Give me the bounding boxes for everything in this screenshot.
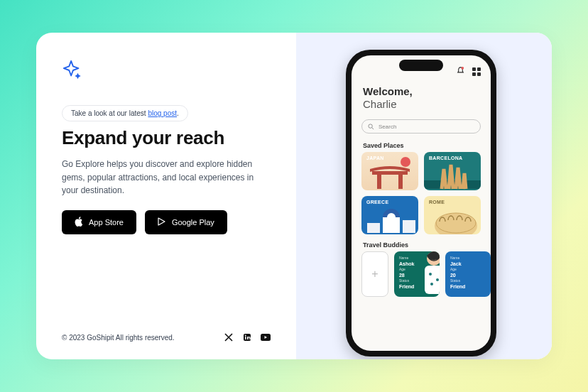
svg-point-5 [369,124,372,127]
saved-places-grid: JAPAN BARCELONA GREECE ROME [361,152,481,234]
buddy-name-label: Name [450,256,486,261]
youtube-icon[interactable] [261,332,271,342]
search-placeholder: Search [379,124,396,130]
left-panel: Take a look at our latest blog post. Exp… [36,33,296,359]
search-icon [368,124,374,130]
right-panel: Welcome, Charlie Search Saved Places JAP… [296,33,552,359]
play-icon [158,217,166,227]
place-card-barcelona[interactable]: BARCELONA [424,152,481,190]
menu-grid-icon[interactable] [472,67,481,76]
avatar-illustration [415,251,440,297]
buddy-age-label: Age [450,267,486,272]
svg-line-6 [372,127,374,129]
svg-point-2 [245,335,246,337]
svg-point-10 [401,157,410,167]
linkedin-icon[interactable] [242,332,252,342]
phone-topbar [456,65,481,78]
welcome-label: Welcome, [363,85,413,97]
buddy-name: Ashok [399,261,414,266]
search-input[interactable]: Search [361,119,481,134]
footer: © 2023 GoShipit All rights reserved. [62,332,271,342]
phone-screen: Welcome, Charlie Search Saved Places JAP… [352,55,491,351]
svg-rect-1 [245,337,246,339]
svg-rect-14 [367,223,380,233]
svg-rect-13 [403,220,415,233]
app-store-button[interactable]: App Store [62,210,136,234]
announcement-prefix: Take a look at our latest [71,109,148,117]
place-card-rome[interactable]: ROME [424,196,481,234]
bell-icon[interactable] [456,65,465,78]
travel-buddies-heading: Travel Buddies [363,241,408,249]
announcement-pill: Take a look at our latest blog post. [62,105,188,121]
user-name: Charlie [363,98,413,111]
buddy-age: 20 [450,273,456,278]
buddy-status-label: Status [450,278,486,283]
svg-rect-9 [398,175,403,189]
buddy-age: 28 [399,273,405,278]
sparkle-icon [62,60,83,81]
copyright-text: © 2023 GoShipit All rights reserved. [62,334,175,342]
svg-point-19 [429,273,432,276]
svg-point-21 [430,283,433,285]
place-card-japan[interactable]: JAPAN [361,152,418,190]
apple-icon [75,217,83,228]
welcome-heading: Welcome, Charlie [363,85,413,111]
place-card-greece[interactable]: GREECE [361,196,418,234]
buddy-card-jack[interactable]: Name Jack Age 20 Status Friend [445,251,491,297]
travel-buddies-row: + Name Ashok Age 28 Status Friend Name J… [361,251,491,297]
buddy-status: Friend [450,284,465,289]
announcement-suffix: . [177,109,179,117]
svg-rect-8 [377,175,381,189]
x-icon[interactable] [224,332,234,342]
saved-places-heading: Saved Places [363,142,404,149]
phone-mockup: Welcome, Charlie Search Saved Places JAP… [346,50,496,356]
google-play-button[interactable]: Google Play [145,210,227,234]
blog-post-link[interactable]: blog post [148,109,177,117]
page-title: Expand your reach [62,127,271,149]
svg-rect-12 [383,217,400,233]
add-buddy-button[interactable]: + [361,251,388,297]
app-store-label: App Store [89,218,124,227]
google-play-label: Google Play [172,218,214,227]
social-links [224,332,271,342]
buddy-card-ashok[interactable]: Name Ashok Age 28 Status Friend [394,251,440,297]
landing-card: Take a look at our latest blog post. Exp… [36,33,552,359]
buddy-status: Friend [399,284,414,289]
store-buttons: App Store Google Play [62,210,271,234]
svg-point-20 [436,278,439,281]
page-description: Go Explore helps you discover and explor… [62,158,261,197]
svg-point-4 [461,67,464,70]
svg-rect-7 [372,171,408,175]
buddy-name: Jack [450,261,462,266]
phone-notch [399,60,443,71]
